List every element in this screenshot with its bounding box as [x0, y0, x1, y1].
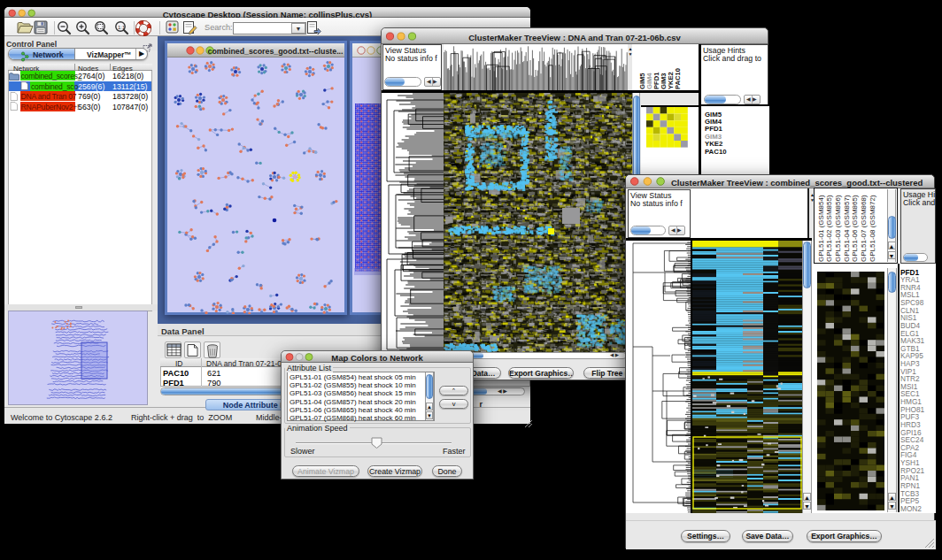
svg-text:GPL51-03 (GSM856): GPL51-03 (GSM856) — [834, 195, 842, 262]
svg-text:PAC10: PAC10 — [674, 68, 682, 89]
svg-text:GPL51-07 (GSM868): GPL51-07 (GSM868) — [860, 195, 868, 262]
svg-text:GPL51-04 (GSM857): GPL51-04 (GSM857) — [843, 195, 851, 262]
svg-text:GPL51-02 (GSM855): GPL51-02 (GSM855) — [825, 195, 833, 262]
svg-text:GPL51-08 (GSM872): GPL51-08 (GSM872) — [869, 195, 876, 262]
svg-text:GPL51-06 (GSM865): GPL51-06 (GSM865) — [851, 195, 859, 262]
svg-text:GPL51-01 (GSM854): GPL51-01 (GSM854) — [817, 195, 825, 262]
svg-text:1:1: 1:1 — [118, 25, 126, 30]
